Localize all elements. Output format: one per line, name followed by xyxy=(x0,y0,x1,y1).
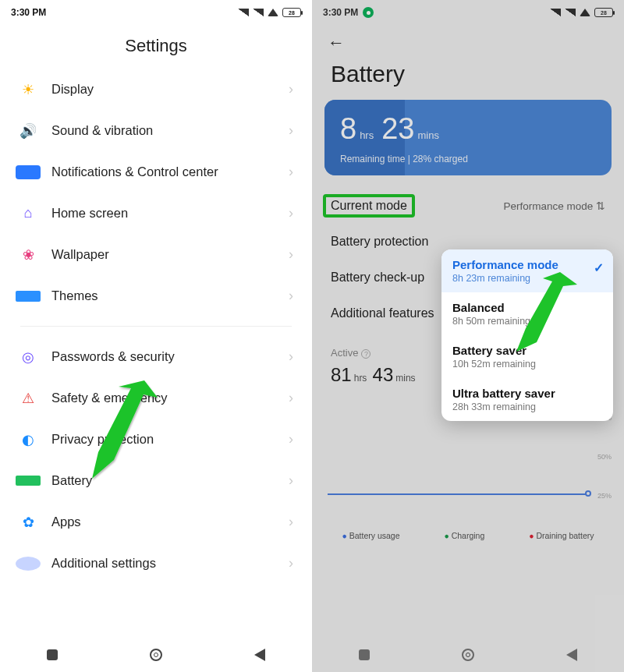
chart-endpoint xyxy=(585,490,591,497)
battery-icon: 28 xyxy=(282,8,301,17)
expand-icon: ⇅ xyxy=(596,200,605,212)
recording-indicator-icon xyxy=(363,7,374,18)
back-button[interactable]: ← xyxy=(312,22,624,53)
nav-home-button[interactable] xyxy=(459,646,477,663)
chevron-right-icon: › xyxy=(289,348,293,365)
row-label: Display xyxy=(51,82,94,97)
chevron-right-icon: › xyxy=(289,81,293,97)
wifi-icon xyxy=(268,9,278,16)
current-mode-row[interactable]: Current mode Performance mode ⇅ xyxy=(331,188,605,224)
sound-icon: 🔊 xyxy=(16,122,41,140)
help-icon[interactable]: ? xyxy=(361,349,370,359)
notif-icon xyxy=(16,165,41,179)
nav-recent-button[interactable] xyxy=(44,646,61,663)
status-bar: 3:30 PM 28 xyxy=(312,0,624,22)
settings-row-pw[interactable]: ◎ Passwords & security › xyxy=(6,336,306,377)
battery-icon: 28 xyxy=(594,8,613,17)
signal-icon xyxy=(253,9,264,16)
chevron-right-icon: › xyxy=(289,472,293,489)
chevron-right-icon: › xyxy=(289,288,293,304)
nav-back-button[interactable] xyxy=(251,646,268,663)
row-label: Battery xyxy=(51,473,92,488)
row-label: Apps xyxy=(51,515,81,529)
chevron-right-icon: › xyxy=(289,390,293,406)
chevron-right-icon: › xyxy=(289,205,293,221)
theme-icon xyxy=(16,291,41,302)
nav-back-button[interactable] xyxy=(563,646,580,663)
status-time: 3:30 PM xyxy=(11,7,46,18)
mode-option[interactable]: Performance mode8h 23m remaining✓ xyxy=(441,249,613,292)
signal-icon xyxy=(238,9,249,16)
settings-row-wall[interactable]: ❀ Wallpaper › xyxy=(6,234,306,275)
row-label: Notifications & Control center xyxy=(51,164,218,179)
settings-row-batt[interactable]: Battery › xyxy=(6,460,306,501)
settings-row-display[interactable]: ☀ Display › xyxy=(6,69,306,110)
chart-legend: Battery usage Charging Draining battery xyxy=(320,531,616,540)
battery-remaining-card[interactable]: 8 hrs 23 mins Remaining time | 28% charg… xyxy=(324,100,612,175)
battery-usage-chart[interactable]: 75% 50% 25% xyxy=(324,409,612,526)
settings-row-safe[interactable]: ⚠ Safety & emergency › xyxy=(6,377,306,419)
chevron-right-icon: › xyxy=(289,514,293,530)
row-label: Sound & vibration xyxy=(51,123,153,138)
mode-option[interactable]: Battery saver10h 52m remaining xyxy=(441,335,613,378)
row-label: Privacy protection xyxy=(51,432,154,447)
remaining-subtitle: Remaining time | 28% charged xyxy=(340,154,596,164)
nav-recent-button[interactable] xyxy=(356,646,373,663)
batt-icon xyxy=(16,476,41,486)
settings-list[interactable]: ☀ Display ›🔊 Sound & vibration › Notific… xyxy=(0,69,312,584)
settings-row-notif[interactable]: Notifications & Control center › xyxy=(6,151,306,193)
settings-screen: 3:30 PM 28 Settings ☀ Display ›🔊 Sound &… xyxy=(0,0,312,672)
chevron-right-icon: › xyxy=(289,246,293,263)
wall-icon: ❀ xyxy=(16,246,41,263)
row-label: Home screen xyxy=(51,206,128,221)
status-bar: 3:30 PM 28 xyxy=(0,0,312,22)
priv-icon: ◐ xyxy=(16,431,41,448)
chevron-right-icon: › xyxy=(289,122,293,139)
settings-row-priv[interactable]: ◐ Privacy protection › xyxy=(6,419,306,460)
nav-bar xyxy=(0,638,312,672)
nav-home-button[interactable] xyxy=(147,646,165,663)
chevron-right-icon: › xyxy=(289,164,293,180)
signal-icon xyxy=(550,9,561,16)
page-title: Battery xyxy=(312,53,624,100)
row-label: Passwords & security xyxy=(51,349,175,364)
apps-icon: ✿ xyxy=(16,514,41,531)
remaining-mins: 23 xyxy=(381,112,414,146)
settings-row-sound[interactable]: 🔊 Sound & vibration › xyxy=(6,110,306,151)
add-icon xyxy=(16,557,41,571)
signal-icon xyxy=(565,9,576,16)
row-label: Wallpaper xyxy=(51,247,109,262)
safe-icon: ⚠ xyxy=(16,390,41,407)
status-time: 3:30 PM xyxy=(323,7,358,18)
settings-row-add[interactable]: Additional settings › xyxy=(6,543,306,584)
mode-option[interactable]: Ultra battery saver28h 33m remaining xyxy=(441,378,613,421)
battery-screen: 3:30 PM 28 ← Battery 8 hrs 23 mins Remai… xyxy=(312,0,624,672)
current-mode-label: Current mode xyxy=(323,194,415,218)
pw-icon: ◎ xyxy=(16,348,41,366)
mode-option[interactable]: Balanced8h 50m remaining xyxy=(441,292,613,335)
row-label: Themes xyxy=(51,288,98,303)
settings-row-theme[interactable]: Themes › xyxy=(6,275,306,317)
page-title: Settings xyxy=(0,36,312,56)
mode-popup: Performance mode8h 23m remaining✓Balance… xyxy=(441,249,613,421)
home-icon: ⌂ xyxy=(16,205,41,221)
row-label: Additional settings xyxy=(51,556,156,571)
display-icon: ☀ xyxy=(16,81,41,98)
chevron-right-icon: › xyxy=(289,431,293,447)
settings-row-home[interactable]: ⌂ Home screen › xyxy=(6,193,306,234)
remaining-hours: 8 xyxy=(340,112,356,146)
nav-bar xyxy=(312,638,624,672)
chart-line xyxy=(328,493,590,495)
wifi-icon xyxy=(580,9,590,16)
chevron-right-icon: › xyxy=(289,555,293,571)
row-label: Safety & emergency xyxy=(51,391,168,405)
settings-row-apps[interactable]: ✿ Apps › xyxy=(6,501,306,543)
check-icon: ✓ xyxy=(594,260,604,275)
